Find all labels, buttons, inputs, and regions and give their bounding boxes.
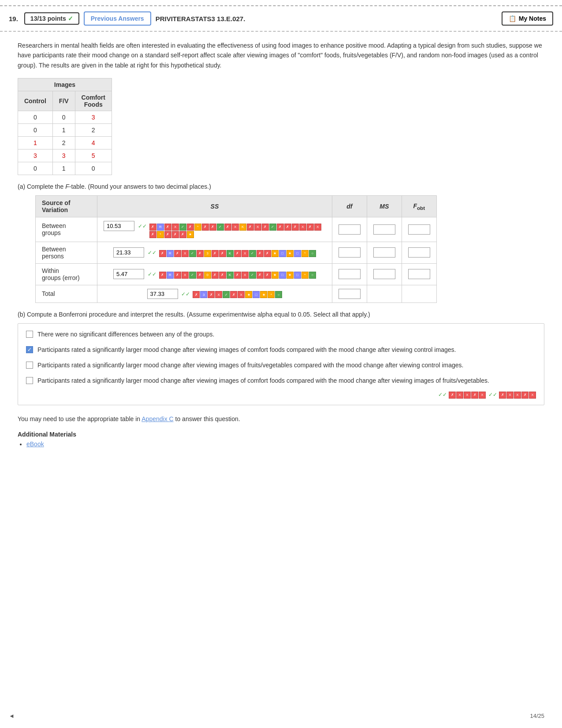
fobt-within-groups-input[interactable]: [408, 269, 430, 279]
grade-overlay-3: ✗R✗X ✓✗0✗ ✗K✗X ✓✗✗ ★□★□ *○: [159, 272, 316, 279]
col-fv: F/V: [52, 91, 75, 111]
question-number: 19.: [9, 15, 18, 22]
additional-materials: Additional Materials eBook: [18, 431, 544, 448]
score-checkmark: ✓: [68, 15, 73, 22]
table-row: 0 1 2: [18, 124, 112, 137]
materials-list: eBook: [26, 441, 544, 448]
points-value: 13/13 points: [30, 15, 66, 22]
df-within-groups-input[interactable]: [339, 269, 361, 279]
ms-between-groups: [367, 217, 402, 242]
ss-total-input[interactable]: [147, 289, 178, 299]
cell-comfort: 3: [75, 111, 112, 124]
col-df: df: [332, 196, 367, 217]
checkbox-label-1: There were no significant differences be…: [37, 330, 214, 339]
col-ms: MS: [367, 196, 402, 217]
col-source: Source ofVariation: [36, 196, 97, 217]
ms-between-persons-input[interactable]: [373, 247, 395, 258]
previous-answers-button[interactable]: Previous Answers: [84, 11, 151, 26]
question-id: PRIVITERASTATS3 13.E.027.: [156, 15, 497, 22]
cell-control: 3: [18, 149, 53, 162]
ss-within-groups-input[interactable]: [113, 269, 144, 279]
footer-text-2: to answer this question.: [175, 415, 240, 422]
images-table: Images Control F/V ComfortFoods 0 0 3 0 …: [18, 78, 112, 175]
checkbox-label-4: Participants rated a significantly large…: [37, 376, 489, 385]
cell-comfort: 4: [75, 137, 112, 149]
ss-between-groups-input[interactable]: [104, 221, 134, 231]
checkbox-item-3: Participants rated a significantly large…: [26, 361, 536, 370]
df-between-persons-input[interactable]: [339, 247, 361, 258]
ms-between-groups-input[interactable]: [373, 224, 395, 235]
source-between-groups: Betweengroups: [36, 217, 97, 242]
ss-between-groups: ✓✓ ✗R✗X ✓✗*✗ ✗✓✗X K✗X✗ ✓✗✗✗ X✗X✗ *✗✗✗ ★: [97, 217, 332, 242]
points-badge: 13/13 points ✓: [24, 12, 79, 25]
appendix-c-link[interactable]: Appendix C: [141, 415, 173, 422]
f-table-row-total: Total ✓✓ ✗3✗X ✓✗X ★□ ★*○: [36, 285, 437, 302]
checkbox-label-2: Participants rated a significantly large…: [37, 345, 456, 355]
table-row: 0 1 0: [18, 162, 112, 175]
checkbox-item-1: There were no significant differences be…: [26, 330, 536, 339]
ms-within-groups: [367, 263, 402, 285]
df-within-groups: [332, 263, 367, 285]
my-notes-label: My Notes: [519, 15, 546, 22]
cell-comfort: 2: [75, 124, 112, 137]
checkbox-4[interactable]: [26, 377, 33, 384]
notes-icon: 📋: [509, 15, 516, 22]
ss-between-persons: ✓✓ ✗R✗X ✓✗3✗ ✗K✗X ✓✗✗ ★□★□ *○: [97, 242, 332, 263]
f-table-row-within-groups: Withingroups (error) ✓✓ ✗R✗X ✓✗0✗ ✗K✗X ✓…: [36, 263, 437, 285]
checkbox-label-3: Participants rated a significantly large…: [37, 361, 464, 370]
grade-overlay-1: ✗R✗X ✓✗*✗ ✗✓✗X K✗X✗ ✓✗✗✗ X✗X✗ *✗✗✗ ★: [149, 224, 326, 238]
df-total: [332, 285, 367, 302]
content-area: Researchers in mental health fields are …: [0, 32, 562, 456]
f-table-row-between-groups: Betweengroups ✓✓ ✗R✗X ✓✗*✗ ✗✓✗X K✗X✗ ✓✗✗…: [36, 217, 437, 242]
source-between-persons: Betweenpersons: [36, 242, 97, 263]
ms-between-persons: [367, 242, 402, 263]
ss-within-groups: ✓✓ ✗R✗X ✓✗0✗ ✗K✗X ✓✗✗ ★□★□ *○: [97, 263, 332, 285]
df-total-input[interactable]: [339, 289, 361, 299]
part-b-grade: ✓✓ ✗X X✗ X ✓✓ ✗X X✗ X: [26, 392, 536, 399]
ebook-link[interactable]: eBook: [26, 441, 44, 448]
df-between-groups: [332, 217, 367, 242]
df-between-persons: [332, 242, 367, 263]
cell-fv: 2: [52, 137, 75, 149]
cell-control: 0: [18, 162, 53, 175]
col-comfort: ComfortFoods: [75, 91, 112, 111]
checkbox-2[interactable]: ✓: [26, 346, 33, 353]
part-a-label: (a) Complete the F-table. (Round your an…: [18, 183, 544, 190]
my-notes-button[interactable]: 📋 My Notes: [502, 11, 553, 26]
ms-total: [367, 285, 402, 302]
ss-between-persons-input[interactable]: [113, 247, 144, 258]
checkbox-item-4: Participants rated a significantly large…: [26, 376, 536, 385]
fobt-total: [402, 285, 436, 302]
cell-fv: 0: [52, 111, 75, 124]
checkbox-1[interactable]: [26, 331, 33, 338]
fobt-between-groups-input[interactable]: [408, 224, 430, 235]
ms-within-groups-input[interactable]: [373, 269, 395, 279]
source-within-groups: Withingroups (error): [36, 263, 97, 285]
checkbox-section: There were no significant differences be…: [18, 323, 544, 405]
question-header: 19. 13/13 points ✓ Previous Answers PRIV…: [0, 6, 562, 32]
col-control: Control: [18, 91, 53, 111]
df-between-groups-input[interactable]: [339, 224, 361, 235]
footer-note: You may need to use the appropriate tabl…: [18, 414, 544, 424]
cell-fv: 1: [52, 162, 75, 175]
page-arrow-left: ◄: [9, 713, 15, 719]
footer-text: You may need to use the appropriate tabl…: [18, 415, 140, 422]
f-table: Source ofVariation SS df MS Fobt Between…: [35, 195, 437, 303]
fobt-between-persons-input[interactable]: [408, 247, 430, 258]
f-table-row-between-persons: Betweenpersons ✓✓ ✗R✗X ✓✗3✗ ✗K✗X ✓✗✗ ★□★…: [36, 242, 437, 263]
checkbox-item-2: ✓ Participants rated a significantly lar…: [26, 345, 536, 355]
fobt-between-groups: [402, 217, 436, 242]
source-total: Total: [36, 285, 97, 302]
checkbox-3[interactable]: [26, 362, 33, 369]
cell-comfort: 0: [75, 162, 112, 175]
cell-fv: 1: [52, 124, 75, 137]
cell-control: 0: [18, 124, 53, 137]
cell-control: 1: [18, 137, 53, 149]
fobt-between-persons: [402, 242, 436, 263]
ebook-item: eBook: [26, 441, 544, 448]
page-number: 14/25: [530, 713, 544, 719]
check-mark-2: ✓: [27, 346, 32, 354]
top-bar: [0, 0, 562, 6]
fobt-within-groups: [402, 263, 436, 285]
col-ss: SS: [97, 196, 332, 217]
